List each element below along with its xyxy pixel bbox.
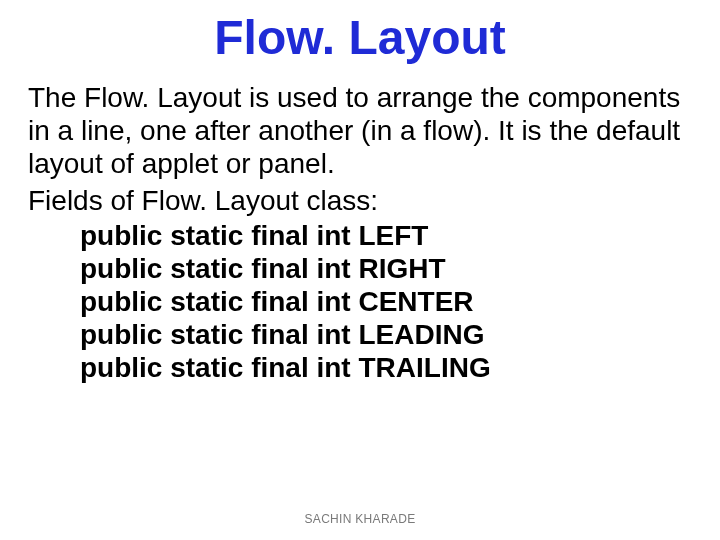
description-paragraph: The Flow. Layout is used to arrange the …: [28, 81, 692, 180]
slide: Flow. Layout The Flow. Layout is used to…: [0, 0, 720, 540]
fields-intro: Fields of Flow. Layout class:: [28, 184, 692, 217]
field-right: public static final int RIGHT: [28, 252, 692, 285]
slide-body: The Flow. Layout is used to arrange the …: [28, 81, 692, 384]
footer-author: SACHIN KHARADE: [0, 512, 720, 526]
field-left: public static final int LEFT: [28, 219, 692, 252]
slide-title: Flow. Layout: [28, 10, 692, 65]
field-center: public static final int CENTER: [28, 285, 692, 318]
field-trailing: public static final int TRAILING: [28, 351, 692, 384]
field-leading: public static final int LEADING: [28, 318, 692, 351]
